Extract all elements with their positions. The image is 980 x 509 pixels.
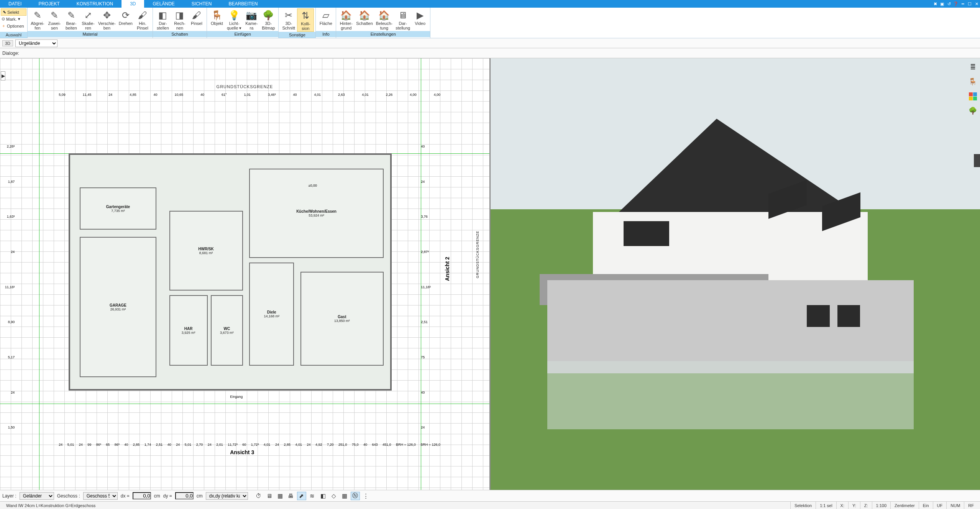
plus-icon: ＋ <box>2 23 6 29</box>
room-garage[interactable]: GARAGE26,931 m² <box>80 237 156 378</box>
ribbon-objekt[interactable]: 🪑Objekt <box>208 8 225 31</box>
menu-datei[interactable]: DATEI <box>0 0 30 8</box>
dx-label: dx = <box>121 493 130 499</box>
bottom-icon-3[interactable]: 🖶 <box>286 492 295 500</box>
ribbon-darstellung[interactable]: 🖥Dar-stellung <box>394 8 412 31</box>
dimension: 5,09 <box>59 93 66 97</box>
ribbon-video[interactable]: ▶Video <box>412 8 428 31</box>
dimension: 1,72³ <box>251 443 259 447</box>
ribbon-3d-bitmap[interactable]: 🌳3D-Bitmap <box>260 8 277 31</box>
room-wc[interactable]: WC3,673 m² <box>211 295 243 365</box>
bottom-icon-4[interactable]: ⬈ <box>297 492 306 500</box>
dx-input[interactable] <box>133 492 151 499</box>
view-select[interactable]: Urgelände <box>15 39 57 47</box>
ribbon-lichtquelle[interactable]: 💡Licht-quelle ▾ <box>225 8 243 31</box>
layer-select[interactable]: Geländer <box>20 492 54 500</box>
ribbon-flaeche[interactable]: ▱Fläche <box>317 8 334 31</box>
dimension: 24 <box>421 180 431 184</box>
verschieben-label: Verschie-ben <box>98 21 116 31</box>
darstellen-icon: ◧ <box>156 10 169 21</box>
room-gartenger-te[interactable]: Gartengeräte7,735 m² <box>80 187 156 230</box>
ribbon-kamera[interactable]: 📷Kame-ra <box>243 8 260 31</box>
room-gast[interactable]: Gast13,850 m² <box>300 272 384 366</box>
bottom-icon-10[interactable]: ⋮ <box>361 492 371 500</box>
room-k-che-wohnen-essen[interactable]: Küche/Wohnen/Essen53,924 m² <box>249 169 384 258</box>
3d-bitmap-icon: 🌳 <box>262 10 275 21</box>
3d-pane[interactable]: ≣ 🪑 🌳 <box>491 58 980 490</box>
ribbon-hin-pinsel[interactable]: 🖌Hin.Pinsel <box>134 8 151 31</box>
menu-3d[interactable]: 3D <box>121 0 144 8</box>
layers-icon[interactable]: ≣ <box>968 62 978 72</box>
ribbon-verschieben[interactable]: ✥Verschie-ben <box>97 8 117 31</box>
ribbon-hintergrund[interactable]: 🏠Hinter-grund <box>338 8 355 31</box>
dimension: 24 <box>176 443 180 447</box>
room-area: 13,850 m² <box>334 319 350 323</box>
bottom-icon-1[interactable]: 🖥 <box>265 492 274 500</box>
coord-mode-select[interactable]: dx,dy (relativ ka <box>206 492 248 500</box>
kollision-label: Kolli-sion <box>301 21 310 31</box>
ribbon-bearbeiten[interactable]: ✎Bear-beiten <box>63 8 80 31</box>
target-icon: ⊙ <box>2 16 5 21</box>
ribbon-skalieren[interactable]: ⤢Skalie-ren <box>80 8 97 31</box>
dimension: 11,45 <box>83 93 92 97</box>
dimension: 11,18³ <box>5 285 15 289</box>
ribbon-3d-schnitt[interactable]: ✂3D-Schnitt <box>280 8 297 32</box>
boundary-label-right: GRUNDSTÜCKSGRENZE <box>476 231 479 278</box>
menu-bearbeiten[interactable]: BEARBEITEN <box>220 0 266 8</box>
furniture-icon[interactable]: 🪑 <box>968 77 978 87</box>
room-area: 14,168 m² <box>264 314 279 318</box>
options-button[interactable]: ＋ Optionen <box>0 22 27 30</box>
status-left: Wand IW 24cm L=Konstruktion G=Erdgeschos… <box>2 502 790 509</box>
room-diele[interactable]: Diele14,168 m² <box>249 263 294 366</box>
window-minimize-icon[interactable]: ━ <box>959 0 966 8</box>
zuweisen-label: Zuwei-sen <box>48 21 61 31</box>
story-label: Geschoss : <box>57 493 80 499</box>
materials-icon[interactable] <box>968 91 978 101</box>
plants-icon[interactable]: 🌳 <box>968 106 978 116</box>
dimension: 4,92 <box>315 443 322 447</box>
boundary-line <box>0 404 489 404</box>
menu-gelaende[interactable]: GELÄNDE <box>144 0 183 8</box>
floorplan-pane[interactable]: GRUNDSTÜCKSGRENZE Gartengeräte7,735 m²GA… <box>0 58 491 490</box>
room-har[interactable]: HAR3,925 m² <box>169 295 208 365</box>
menu-projekt[interactable]: PROJEKT <box>30 0 68 8</box>
menu-sichten[interactable]: SICHTEN <box>183 0 220 8</box>
room-hwr-sk[interactable]: HWR/SK8,681 m² <box>169 211 243 291</box>
story-select[interactable]: Geschoss 5 <box>83 492 118 500</box>
dimension: 40 <box>363 443 367 447</box>
ribbon-group-info: ▱FlächeInfo <box>316 8 336 38</box>
window-close-icon[interactable]: ✕ <box>973 0 980 8</box>
bottom-icon-8[interactable]: ▦ <box>340 492 349 500</box>
dimension: 3,76 <box>421 215 431 218</box>
dy-input[interactable] <box>175 492 194 499</box>
ribbon-pinsel[interactable]: 🖌Pinsel <box>188 8 205 31</box>
expand-right-handle[interactable] <box>974 154 980 167</box>
dimension: 4,01 <box>314 93 321 97</box>
ribbon-schatten[interactable]: 🏠Schatten <box>355 8 374 31</box>
ribbon-drehen[interactable]: ⟳Drehen <box>117 8 134 31</box>
select-button[interactable]: ⬉ Selekt <box>1 8 26 16</box>
window-restore-icon[interactable]: ☐ <box>966 0 973 8</box>
dialoge-label: Dialoge: <box>2 51 19 56</box>
bottom-icon-6[interactable]: ◧ <box>318 492 328 500</box>
bottom-icon-9[interactable]: Ⓝ <box>351 492 360 500</box>
toolbar-icon[interactable]: ↺ <box>946 0 952 8</box>
bottom-icon-2[interactable]: ▦ <box>276 492 285 500</box>
toolbar-icon[interactable]: ✖ <box>932 0 939 8</box>
ribbon-abgreifen[interactable]: ✎Abgrei-fen <box>29 8 46 31</box>
bottom-icon-7[interactable]: ◇ <box>329 492 338 500</box>
ribbon-rechnen[interactable]: ◨Rech-nen <box>171 8 188 31</box>
ribbon-darstellen[interactable]: ◧Dar-stellen <box>154 8 171 31</box>
mark-button[interactable]: ⊙ Mark. ▾ <box>0 16 27 22</box>
expand-left-handle[interactable]: ▶ <box>1 71 5 80</box>
bottom-icon-0[interactable]: ⏱ <box>254 492 263 500</box>
ribbon-kollision[interactable]: ⇅Kolli-sion <box>297 8 314 32</box>
bottom-icon-5[interactable]: ≋ <box>308 492 317 500</box>
dimension: 2,01 <box>216 443 223 447</box>
dimension: 24 <box>79 443 83 447</box>
help-icon[interactable]: ❓ <box>952 0 959 8</box>
ribbon-beleuchtung[interactable]: 🏠Beleuch-tung <box>374 8 394 31</box>
ribbon-zuweisen[interactable]: ✎Zuwei-sen <box>46 8 63 31</box>
toolbar-icon[interactable]: ▣ <box>939 0 946 8</box>
menu-konstruktion[interactable]: KONSTRUKTION <box>68 0 121 8</box>
